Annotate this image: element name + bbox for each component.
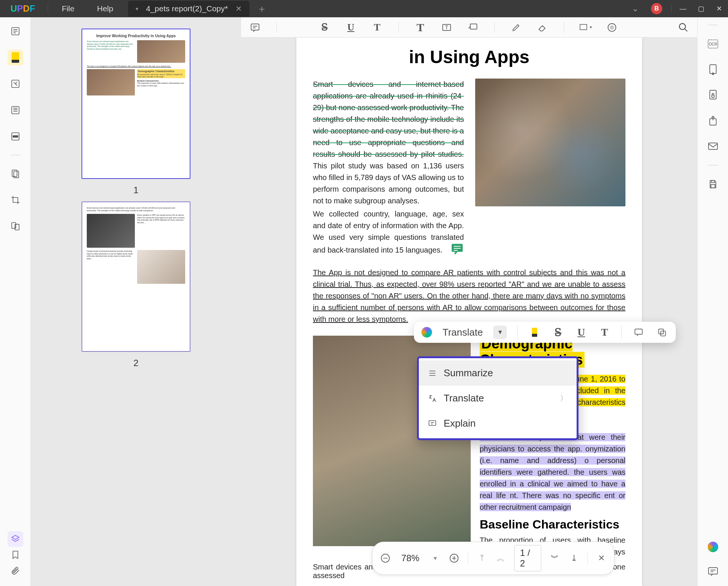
chevron-down-icon[interactable]: ⌄ bbox=[626, 0, 644, 17]
attachment-tool[interactable] bbox=[8, 563, 23, 578]
menu-label: Summarize bbox=[444, 367, 493, 379]
ai-dropdown-menu: Summarize Translate 〉 Explain bbox=[417, 356, 578, 440]
page-tool[interactable] bbox=[8, 166, 23, 182]
annotation-toolbar: S̶ U T T T ▾ bbox=[241, 17, 697, 38]
highlight-icon[interactable] bbox=[528, 326, 541, 339]
first-page-button[interactable]: ⤒ bbox=[476, 552, 487, 564]
redact-tool[interactable] bbox=[8, 129, 23, 144]
app-logo: UPDF bbox=[0, 3, 45, 14]
ai-logo-icon bbox=[421, 327, 432, 338]
next-page-button[interactable]: ︾ bbox=[550, 552, 560, 564]
close-tab-icon[interactable]: ✕ bbox=[236, 4, 242, 13]
svg-rect-32 bbox=[711, 185, 715, 188]
squiggly-icon[interactable]: T bbox=[598, 326, 611, 339]
dropdown-toggle[interactable]: ▼ bbox=[493, 326, 507, 339]
svg-rect-2 bbox=[12, 106, 19, 114]
menu-item-summarize[interactable]: Summarize bbox=[419, 360, 577, 386]
svg-rect-31 bbox=[711, 180, 714, 182]
comment-tool-icon[interactable] bbox=[249, 21, 261, 34]
menu-file[interactable]: File bbox=[50, 4, 86, 13]
callout-icon[interactable] bbox=[467, 21, 479, 34]
ai-assistant-icon[interactable] bbox=[706, 540, 720, 554]
paragraph: We collected country, language, age, sex… bbox=[313, 208, 464, 258]
menu-item-explain[interactable]: Explain bbox=[419, 411, 577, 436]
protect-icon[interactable] bbox=[706, 88, 720, 102]
svg-rect-13 bbox=[580, 24, 587, 30]
svg-point-15 bbox=[610, 25, 614, 30]
eraser-icon[interactable] bbox=[536, 21, 549, 34]
thumb-title: Improve Working Productivity in Using Ap… bbox=[87, 34, 185, 38]
compare-tool[interactable] bbox=[8, 218, 23, 234]
stamp-icon[interactable] bbox=[606, 21, 618, 34]
zoom-level[interactable]: 78% bbox=[399, 553, 421, 563]
minimize-icon[interactable]: — bbox=[674, 0, 692, 17]
squiggly-icon[interactable]: T bbox=[371, 21, 384, 34]
document-viewport[interactable]: in Using Apps Smart devices and internet… bbox=[241, 38, 697, 586]
svg-rect-9 bbox=[251, 24, 259, 30]
comment-marker-icon[interactable] bbox=[451, 243, 463, 258]
shape-icon[interactable]: ▾ bbox=[579, 21, 592, 34]
maximize-icon[interactable]: ▢ bbox=[692, 0, 710, 17]
close-window-icon[interactable]: ✕ bbox=[710, 0, 728, 17]
tab-title: 4_pets report(2)_Copy* bbox=[146, 4, 228, 13]
textbox-icon[interactable]: T bbox=[440, 21, 453, 34]
thumb-page-number: 1 bbox=[133, 185, 138, 195]
document-area: S̶ U T T T ▾ in Using Apps Smart devices… bbox=[241, 17, 697, 586]
add-tab-button[interactable]: ＋ bbox=[249, 2, 274, 15]
page-control-bar: 78% ▼ ⤒ ︽ 1 / 2 ︾ ⤓ ✕ bbox=[372, 542, 615, 575]
tab-menu-caret-icon[interactable]: ▾ bbox=[136, 6, 138, 12]
edit-tool[interactable] bbox=[8, 76, 23, 92]
page-title: in Using Apps bbox=[313, 47, 625, 67]
copy-icon[interactable] bbox=[656, 326, 668, 339]
svg-rect-33 bbox=[708, 568, 717, 574]
crop-tool[interactable] bbox=[8, 192, 23, 208]
page-1: in Using Apps Smart devices and internet… bbox=[296, 38, 642, 586]
zoom-out-button[interactable] bbox=[380, 552, 391, 564]
page-number-input[interactable]: 1 / 2 bbox=[514, 545, 541, 571]
bookmark-tool[interactable] bbox=[8, 547, 23, 563]
convert-icon[interactable] bbox=[706, 63, 720, 76]
layers-tool[interactable] bbox=[8, 531, 23, 547]
zoom-dropdown-icon[interactable]: ▼ bbox=[430, 552, 441, 564]
document-tab[interactable]: ▾ 4_pets report(2)_Copy* ✕ bbox=[128, 1, 249, 17]
menu-item-translate[interactable]: Translate 〉 bbox=[419, 386, 577, 411]
zoom-in-button[interactable] bbox=[449, 552, 460, 564]
prev-page-button[interactable]: ︽ bbox=[495, 552, 506, 564]
svg-rect-30 bbox=[708, 143, 717, 149]
paragraph-underlined: The App is not designed to compare AR pa… bbox=[313, 267, 625, 325]
divider bbox=[671, 5, 672, 13]
svg-rect-4 bbox=[13, 136, 18, 137]
menu-help[interactable]: Help bbox=[86, 4, 124, 13]
ocr-icon[interactable]: OCR bbox=[706, 37, 720, 51]
text-tool-icon[interactable]: T bbox=[414, 21, 427, 34]
close-control-button[interactable]: ✕ bbox=[596, 552, 607, 564]
highlight-text-icon[interactable] bbox=[292, 21, 305, 34]
highlight-tool[interactable] bbox=[8, 50, 23, 65]
share-icon[interactable] bbox=[706, 114, 720, 127]
note-icon[interactable] bbox=[632, 326, 645, 339]
divider bbox=[48, 5, 48, 13]
menu-label: Explain bbox=[444, 418, 476, 429]
strikethrough-icon[interactable]: S̶ bbox=[318, 21, 331, 34]
user-avatar[interactable]: B bbox=[651, 3, 662, 14]
translate-label[interactable]: Translate bbox=[443, 327, 483, 338]
page-thumbnail-2[interactable]: Smart devices and internet-based applica… bbox=[82, 201, 190, 352]
titlebar: UPDF File Help ▾ 4_pets report(2)_Copy* … bbox=[0, 0, 728, 17]
email-icon[interactable] bbox=[706, 139, 720, 153]
search-icon[interactable] bbox=[677, 21, 690, 34]
reader-tool[interactable] bbox=[8, 23, 23, 39]
last-page-button[interactable]: ⤓ bbox=[568, 552, 579, 564]
save-icon[interactable] bbox=[706, 177, 720, 191]
organize-tool[interactable] bbox=[8, 102, 23, 118]
paragraph-selected: ers were clinic patients that were their… bbox=[480, 432, 625, 513]
tab-bar: ▾ 4_pets report(2)_Copy* ✕ ＋ bbox=[124, 0, 274, 17]
thumbnail-panel: Improve Working Productivity in Using Ap… bbox=[31, 17, 241, 586]
pencil-icon[interactable] bbox=[510, 21, 523, 34]
strikethrough-icon[interactable]: S̶ bbox=[551, 326, 564, 339]
page-thumbnail-1[interactable]: Improve Working Productivity in Using Ap… bbox=[82, 29, 190, 179]
divider bbox=[11, 155, 20, 155]
svg-rect-12 bbox=[470, 24, 477, 29]
comments-panel-icon[interactable] bbox=[706, 565, 720, 578]
underline-icon[interactable]: U bbox=[344, 21, 357, 34]
underline-icon[interactable]: U bbox=[575, 326, 588, 339]
